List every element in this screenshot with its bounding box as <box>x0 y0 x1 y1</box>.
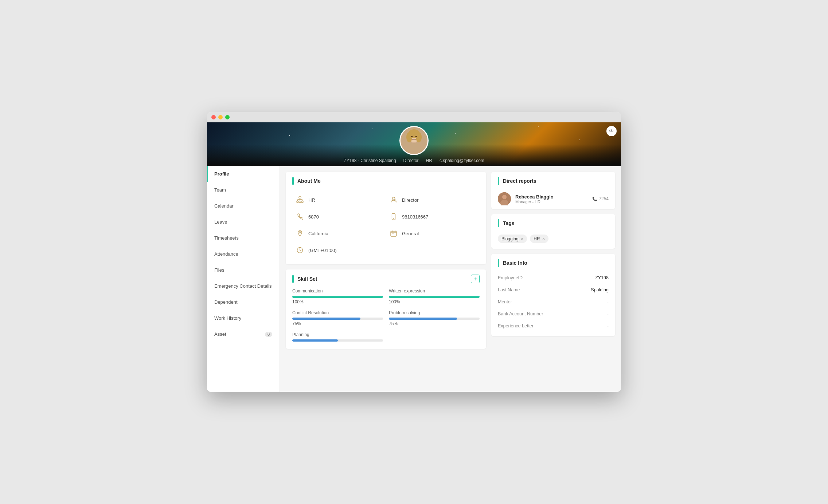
sidebar-item-attendance[interactable]: Attendance <box>207 246 280 262</box>
basic-info-header: Basic Info <box>491 254 615 271</box>
tag-blogging: Blogging × <box>498 235 527 243</box>
direct-reports-card: Direct reports Rebecca Biaggio <box>491 172 615 209</box>
report-name: Rebecca Biaggio <box>515 194 588 200</box>
about-role-value: Director <box>402 197 419 203</box>
sidebar-label-work-history: Work History <box>214 315 241 321</box>
skill-problem-solving-bar <box>389 318 480 320</box>
sidebar-item-calendar[interactable]: Calendar <box>207 198 280 214</box>
about-location: California <box>292 225 386 242</box>
skill-conflict-resolution-label: Conflict Resolution <box>292 310 383 315</box>
basic-info-experience-letter: Experience Letter - <box>498 320 609 332</box>
report-item: Rebecca Biaggio Manager - HR 📞 7254 <box>491 189 615 209</box>
basic-info-bank-account: Bank Account Number - <box>498 308 609 320</box>
sidebar-label-profile: Profile <box>214 171 229 177</box>
sidebar-item-leave[interactable]: Leave <box>207 214 280 230</box>
minimize-button[interactable] <box>218 115 223 119</box>
about-calendar-value: General <box>402 231 419 236</box>
report-role: Manager - HR <box>515 200 588 204</box>
sidebar-label-emergency: Emergency Contact Details <box>214 283 272 289</box>
svg-rect-27 <box>392 233 393 234</box>
label-experience-letter: Experience Letter <box>498 323 534 328</box>
header-avatar-wrap <box>399 126 429 155</box>
header-title: Director <box>403 158 419 163</box>
direct-reports-title: Direct reports <box>503 178 536 184</box>
header-banner: 👁 ZY198 - Christine Spalding Director HR… <box>207 122 621 166</box>
calendar-icon <box>390 229 398 237</box>
tag-blogging-label: Blogging <box>501 236 519 241</box>
sidebar-item-profile[interactable]: Profile <box>207 166 280 182</box>
close-button[interactable] <box>211 115 216 119</box>
skill-set-card: Skill Set + Communication <box>286 269 486 349</box>
tag-hr-remove[interactable]: × <box>542 236 545 241</box>
avatar-image <box>401 127 427 154</box>
report-phone-number: 7254 <box>599 196 609 201</box>
tag-hr: HR × <box>530 235 548 243</box>
svg-point-6 <box>416 132 422 142</box>
visibility-button[interactable]: 👁 <box>606 126 617 136</box>
app-window: 👁 ZY198 - Christine Spalding Director HR… <box>207 112 621 392</box>
skill-written-expression-bar <box>389 296 480 298</box>
sidebar-item-emergency[interactable]: Emergency Contact Details <box>207 278 280 294</box>
report-avatar <box>498 192 511 205</box>
sidebar-label-files: Files <box>214 267 224 273</box>
tags-card: Tags Blogging × HR × <box>491 214 615 249</box>
person-icon <box>390 196 398 204</box>
skill-communication-percent: 100% <box>292 299 383 304</box>
about-me-header: About Me <box>286 172 486 189</box>
header-info: ZY198 - Christine Spalding Director HR c… <box>344 158 484 163</box>
skill-planning-fill <box>292 339 338 342</box>
label-employee-id: EmployeeID <box>498 275 523 280</box>
about-timezone: (GMT+01:00) <box>292 242 386 259</box>
skill-written-expression-fill <box>389 296 480 298</box>
header-department: HR <box>426 158 432 163</box>
value-employee-id: ZY198 <box>595 275 609 280</box>
basic-info-accent <box>498 259 499 267</box>
basic-info-title: Basic Info <box>503 260 527 266</box>
svg-point-8 <box>415 136 417 137</box>
about-mobile: 9810316667 <box>386 208 480 225</box>
main-column: About Me <box>286 172 486 386</box>
sidebar-label-attendance: Attendance <box>214 251 238 257</box>
value-experience-letter: - <box>607 323 609 328</box>
svg-point-33 <box>502 195 507 199</box>
skill-set-title: Skill Set <box>297 276 317 282</box>
skill-set-header-left: Skill Set <box>292 275 317 283</box>
basic-info-card: Basic Info EmployeeID ZY198 Last Name Sp… <box>491 254 615 336</box>
sidebar-item-asset[interactable]: Asset 0 <box>207 326 280 342</box>
about-me-body: HR <box>286 189 486 264</box>
skill-communication-bar <box>292 296 383 298</box>
avatar <box>399 126 429 155</box>
value-mentor: - <box>607 299 609 304</box>
add-skill-button[interactable]: + <box>471 275 480 283</box>
skill-problem-solving-label: Problem solving <box>389 310 480 315</box>
sidebar-label-asset: Asset <box>214 331 226 337</box>
about-phone-value: 6870 <box>308 214 319 220</box>
direct-reports-header: Direct reports <box>491 172 615 189</box>
sidebar-item-team[interactable]: Team <box>207 182 280 198</box>
svg-point-7 <box>411 136 413 137</box>
svg-rect-12 <box>301 201 303 202</box>
phone-icon <box>296 213 304 221</box>
skill-problem-solving-percent: 75% <box>389 321 480 326</box>
skill-planning-bar <box>292 339 383 342</box>
svg-line-31 <box>300 250 301 251</box>
org-icon <box>296 196 304 204</box>
basic-info-mentor: Mentor - <box>498 296 609 308</box>
value-last-name: Spalding <box>591 287 609 292</box>
about-role: Director <box>386 192 480 208</box>
basic-info-last-name: Last Name Spalding <box>498 284 609 296</box>
sidebar-item-work-history[interactable]: Work History <box>207 310 280 326</box>
svg-rect-11 <box>299 201 301 202</box>
tag-blogging-remove[interactable]: × <box>521 236 524 241</box>
sidebar-label-leave: Leave <box>214 219 227 225</box>
svg-point-19 <box>394 198 396 200</box>
skill-set-header: Skill Set + <box>286 269 486 287</box>
basic-info-employee-id: EmployeeID ZY198 <box>498 272 609 284</box>
sidebar-item-files[interactable]: Files <box>207 262 280 278</box>
tags-header: Tags <box>491 214 615 231</box>
sidebar-item-dependent[interactable]: Dependent <box>207 294 280 310</box>
skill-conflict-resolution-percent: 75% <box>292 321 383 326</box>
skill-conflict-resolution-fill <box>292 318 360 320</box>
sidebar-item-timesheets[interactable]: Timesheets <box>207 230 280 246</box>
maximize-button[interactable] <box>225 115 230 119</box>
